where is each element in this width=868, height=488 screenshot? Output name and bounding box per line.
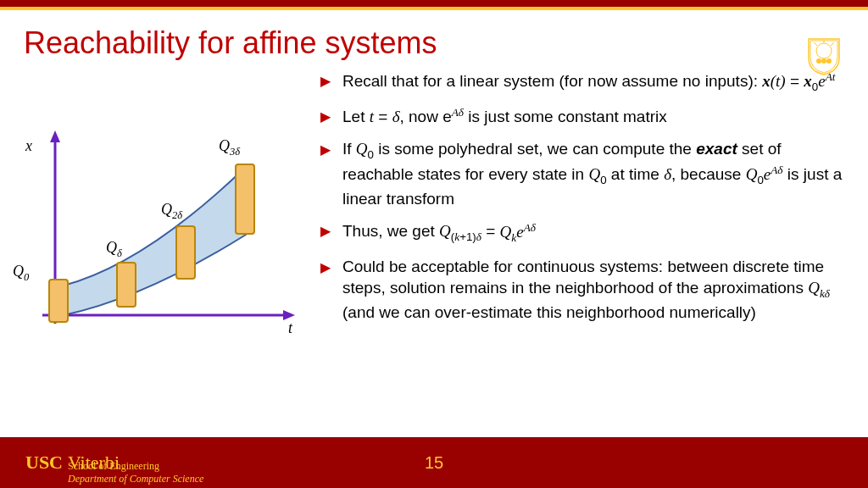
svg-rect-14 [236,164,254,234]
slide-title: Reachability for affine systems [0,10,868,69]
svg-line-2 [814,42,817,46]
q3d-label: Q3δ [219,137,240,158]
bullet-1: ▶ Recall that for a linear system (for n… [320,69,851,95]
footer-school: School of Engineering [68,460,203,472]
svg-line-3 [831,42,834,46]
top-red-bar [0,0,868,7]
bullet-icon: ▶ [320,69,331,95]
bullet-text: Thus, we get Q(k+1)δ = QkeAδ [342,219,851,245]
bullet-icon: ▶ [320,219,331,245]
bullet-icon: ▶ [320,256,331,324]
content-area: x t Q0 Qδ Q2δ Q3δ ▶ Recall that for a li… [0,69,868,341]
footer-dept: Department of Computer Science [68,473,203,485]
bullet-list: ▶ Recall that for a linear system (for n… [314,69,851,341]
bullet-2: ▶ Let t = δ, now eAδ is just some consta… [320,105,851,128]
usc-shield-logo [805,36,843,80]
bullet-4: ▶ Thus, we get Q(k+1)δ = QkeAδ [320,219,851,245]
bullet-text: Could be acceptable for continuous syste… [342,256,851,324]
svg-point-5 [821,58,826,64]
bullet-icon: ▶ [320,138,331,209]
qd-label: Qδ [106,239,122,260]
svg-point-4 [816,58,821,64]
bullet-text: Recall that for a linear system (for now… [342,69,851,95]
bullet-5: ▶ Could be acceptable for continuous sys… [320,256,851,324]
q0-label: Q0 [13,263,29,284]
page-number: 15 [425,453,443,473]
t-axis-label: t [288,319,292,337]
svg-point-6 [826,58,832,64]
bullet-icon: ▶ [320,105,331,128]
svg-rect-13 [176,226,195,279]
footer-usc: USC [25,452,63,474]
q2d-label: Q2δ [161,201,182,222]
reachability-figure: x t Q0 Qδ Q2δ Q3δ [0,69,314,341]
x-axis-label: x [25,137,32,155]
bullet-text: If Q0 is some polyhedral set, we can com… [342,138,851,209]
svg-rect-12 [117,263,136,307]
svg-point-0 [816,43,832,58]
svg-rect-11 [49,280,68,322]
svg-marker-8 [50,130,60,142]
footer: USC Viterbi School of Engineering Depart… [0,437,868,488]
bullet-3: ▶ If Q0 is some polyhedral set, we can c… [320,138,851,209]
footer-subtext: School of Engineering Department of Comp… [68,460,203,485]
bullet-text: Let t = δ, now eAδ is just some constant… [342,105,851,128]
